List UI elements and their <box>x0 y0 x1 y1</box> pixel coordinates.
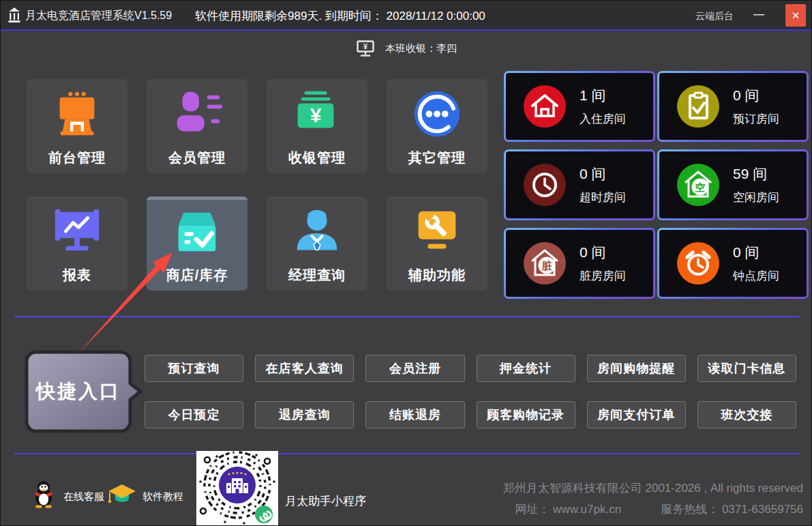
btn-reservation-query[interactable]: 预订查询 <box>145 355 243 382</box>
tile-store-inventory[interactable]: 商店/库存 <box>147 196 247 291</box>
tile-reports[interactable]: 报表 <box>27 196 127 291</box>
btn-deposit-stats[interactable]: 押金统计 <box>477 355 575 382</box>
tile-manager-query[interactable]: 经理查询 <box>267 196 367 291</box>
report-chart-icon <box>49 205 105 261</box>
cash-icon: ¥ <box>289 87 345 143</box>
dirty-house-icon: 脏 <box>524 242 566 284</box>
cloud-backend-link[interactable]: 云端后台 <box>695 10 734 23</box>
btn-instore-guest-query[interactable]: 在店客人查询 <box>255 355 354 382</box>
tile-label: 其它管理 <box>408 149 466 167</box>
divider-line <box>14 316 800 317</box>
vacant-house-icon: 空 <box>677 164 719 206</box>
close-button[interactable]: ✕ <box>785 4 806 27</box>
status-label: 钟点房间 <box>733 268 779 284</box>
minimize-button[interactable]: — <box>747 5 770 25</box>
tile-members[interactable]: 会员管理 <box>147 79 247 173</box>
tile-label: 商店/库存 <box>166 266 228 284</box>
app-window: 月太电竞酒店管理系统V1.5.59 软件使用期限剩余989天. 到期时间： 20… <box>0 0 812 526</box>
status-count: 0 间 <box>580 164 626 184</box>
member-icon <box>169 87 225 143</box>
store-box-icon <box>169 205 225 261</box>
svg-text:空: 空 <box>695 181 706 193</box>
status-label: 预订房间 <box>733 111 779 127</box>
status-tile-occupied[interactable]: 1 间 入住房间 <box>504 71 655 142</box>
tile-other-mgmt[interactable]: 其它管理 <box>387 79 487 173</box>
license-expiry-info: 软件使用期限剩余989天. 到期时间： 2028/11/12 0:00:00 <box>195 8 485 24</box>
svg-text:脏: 脏 <box>541 260 553 272</box>
status-count: 0 间 <box>733 243 779 262</box>
wrench-monitor-icon <box>409 205 465 261</box>
tile-front-desk[interactable]: 前台管理 <box>27 79 127 173</box>
btn-customer-purchase-records[interactable]: 顾客购物记录 <box>477 401 575 428</box>
tile-label: 辅助功能 <box>408 266 466 284</box>
status-tile-hourly[interactable]: 0 间 钟点房间 <box>657 228 809 299</box>
alarm-clock-icon <box>677 242 719 284</box>
status-tile-vacant[interactable]: 空 59 间 空闲房间 <box>657 149 809 220</box>
more-circle-icon <box>409 87 465 143</box>
svg-text:¥: ¥ <box>310 104 322 126</box>
software-tutorial-label[interactable]: 软件教程 <box>142 491 183 503</box>
btn-room-shopping-reminder[interactable]: 房间购物提醒 <box>587 355 686 382</box>
room-status-grid: 1 间 入住房间 0 间 预订房间 <box>504 71 809 299</box>
status-count: 0 间 <box>733 86 779 105</box>
miniprogram-label: 月太助手小程序 <box>285 493 366 509</box>
miniprogram-qr-code <box>196 451 278 526</box>
tile-label: 经理查询 <box>288 266 346 284</box>
manager-icon <box>289 205 345 261</box>
tile-label: 前台管理 <box>48 149 106 167</box>
clock-icon <box>524 164 566 206</box>
status-label: 空闲房间 <box>733 190 779 205</box>
main-menu-grid: 前台管理 会员管理 ¥ <box>27 79 487 291</box>
status-label: 超时房间 <box>580 190 626 205</box>
status-count: 59 间 <box>733 164 779 184</box>
clipboard-check-icon <box>677 85 719 128</box>
btn-checkout-query[interactable]: 退房查询 <box>255 401 354 428</box>
btn-settle-checkout[interactable]: 结账退房 <box>365 401 464 428</box>
status-label: 脏房房间 <box>580 268 626 284</box>
tile-label: 收银管理 <box>288 149 346 167</box>
btn-shift-handover[interactable]: 班次交接 <box>697 401 796 428</box>
copyright-text: 郑州月太智源科技有限公司 2001-2026 , All rights rese… <box>503 480 803 496</box>
status-label: 入住房间 <box>580 111 626 127</box>
cashier-monitor-icon: ¥ <box>357 40 374 57</box>
tile-cashier-mgmt[interactable]: ¥ 收银管理 <box>267 79 367 173</box>
cashier-banner: ¥ 本班收银：李四 <box>1 38 812 59</box>
storefront-icon <box>49 87 105 143</box>
tile-label: 会员管理 <box>168 149 226 167</box>
tile-aux-functions[interactable]: 辅助功能 <box>387 196 487 291</box>
svg-text:¥: ¥ <box>363 42 368 50</box>
graduation-cap-icon[interactable] <box>107 484 137 506</box>
titlebar: 月太电竞酒店管理系统V1.5.59 软件使用期限剩余989天. 到期时间： 20… <box>1 1 812 31</box>
status-tile-dirty[interactable]: 脏 0 间 脏房房间 <box>504 228 655 299</box>
status-tile-reserved[interactable]: 0 间 预订房间 <box>657 71 809 142</box>
app-logo-icon <box>8 8 20 23</box>
hotline-text: 服务热线： 0371-63659756 <box>661 501 803 517</box>
divider-line <box>14 453 800 454</box>
quick-buttons-grid: 预订查询 在店客人查询 会员注册 押金统计 房间购物提醒 读取门卡信息 今日预定… <box>145 355 796 428</box>
tile-label: 报表 <box>63 266 91 284</box>
online-service-label[interactable]: 在线客服 <box>63 491 104 503</box>
quick-entry-label: 快捷入口 <box>25 350 132 433</box>
qq-penguin-icon[interactable] <box>32 480 55 508</box>
website-text: 网址： www.u7pk.cn <box>515 501 621 517</box>
btn-room-payment-orders[interactable]: 房间支付订单 <box>587 401 686 428</box>
status-count: 0 间 <box>580 243 626 262</box>
btn-read-door-card[interactable]: 读取门卡信息 <box>697 355 796 382</box>
btn-member-register[interactable]: 会员注册 <box>365 355 464 382</box>
cashier-on-duty-label: 本班收银：李四 <box>385 42 457 55</box>
status-tile-overtime[interactable]: 0 间 超时房间 <box>504 149 655 220</box>
btn-today-booking[interactable]: 今日预定 <box>145 401 243 428</box>
contact-info: 网址： www.u7pk.cn 服务热线： 0371-63659756 <box>515 501 803 517</box>
home-icon <box>524 85 566 128</box>
app-title: 月太电竞酒店管理系统V1.5.59 <box>25 9 172 23</box>
status-count: 1 间 <box>580 86 626 105</box>
